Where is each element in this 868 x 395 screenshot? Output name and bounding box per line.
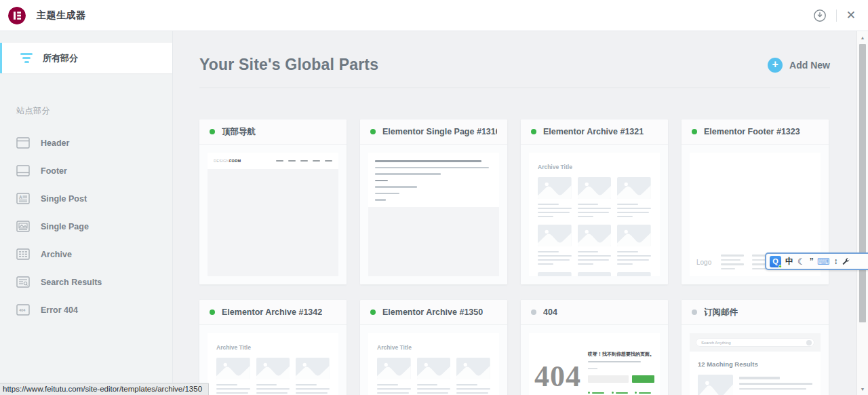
- status-dot-draft: [531, 309, 536, 315]
- sidebar-item-label: 所有部分: [43, 52, 78, 64]
- sidebar-item-archive[interactable]: Archive: [0, 240, 172, 268]
- scroll-up-icon[interactable]: ▲: [857, 33, 868, 42]
- template-title: 订阅邮件: [704, 307, 738, 318]
- preview-search-placeholder: Search Anything: [701, 341, 731, 345]
- preview-search-button: [632, 375, 654, 383]
- preview-content-placeholder: [368, 207, 499, 277]
- sidebar-item-label: Footer: [41, 166, 67, 176]
- search-results-icon: [16, 276, 30, 288]
- quotes-icon[interactable]: ”: [810, 257, 813, 265]
- sidebar-item-all-parts[interactable]: 所有部分: [0, 43, 172, 73]
- status-dot-published: [370, 309, 376, 315]
- preview-nav-bar: DESIGNFORM: [208, 153, 338, 169]
- sidebar-item-single-post[interactable]: A Single Post: [0, 185, 172, 212]
- preview-menu-items: [276, 160, 332, 162]
- status-dot-published: [692, 129, 697, 134]
- svg-text:404: 404: [19, 308, 26, 312]
- template-card[interactable]: Elementor Archive #1321 Archive Title: [521, 119, 668, 284]
- svg-text:A: A: [19, 195, 22, 200]
- template-preview: Archive Title: [360, 325, 507, 395]
- card-header: Elementor Archive #1350: [360, 300, 507, 325]
- card-header: 订阅邮件: [682, 300, 829, 325]
- sidebar-item-footer[interactable]: Footer: [0, 157, 172, 185]
- templates-grid: 顶部导航 DESIGNFORM Elementor Single Page #1…: [199, 119, 830, 395]
- status-dot-published: [210, 129, 215, 134]
- search-q-icon[interactable]: Q: [770, 256, 781, 267]
- preview-archive-grid: [216, 358, 330, 395]
- search-circle-icon: [806, 340, 812, 345]
- keyboard-icon[interactable]: ⌨: [817, 257, 830, 266]
- move-icon[interactable]: ↕: [833, 257, 837, 265]
- sidebar-item-error-404[interactable]: 404 Error 404: [0, 296, 172, 324]
- preview-logo-light: DESIGN: [214, 159, 229, 163]
- image-placeholder-icon: [698, 375, 733, 395]
- sidebar-section-label: 站点部分: [16, 105, 172, 117]
- add-new-button[interactable]: + Add New: [768, 58, 830, 73]
- template-title: Elementor Single Page #1316: [382, 127, 497, 136]
- close-icon[interactable]: ✕: [846, 10, 856, 21]
- status-dot-published: [531, 129, 536, 134]
- template-preview: Search Anything 12 Maching Results: [682, 325, 829, 395]
- template-card[interactable]: 订阅邮件 Search Anything 12 Maching Results: [682, 300, 829, 395]
- image-placeholder-icon: [578, 225, 612, 246]
- sidebar-item-label: Single Page: [41, 222, 89, 231]
- add-new-label: Add New: [789, 60, 830, 71]
- card-header: Elementor Single Page #1316: [360, 119, 507, 145]
- scroll-down-icon[interactable]: ▼: [857, 384, 868, 394]
- status-dot-draft: [692, 309, 697, 315]
- sidebar-item-search-results[interactable]: Search Results: [0, 268, 172, 296]
- image-placeholder-icon: [538, 177, 572, 199]
- main-content: Your Site's Global Parts + Add New 顶部导航 …: [173, 31, 868, 395]
- preview-text-lines: [368, 153, 499, 207]
- elementor-logo-icon: [8, 7, 26, 24]
- dark-mode-icon[interactable]: ☾: [797, 257, 806, 266]
- template-card[interactable]: Elementor Archive #1342 Archive Title: [199, 300, 347, 395]
- image-placeholder-icon: [296, 358, 330, 379]
- preview-archive-title: Archive Title: [538, 164, 651, 170]
- template-preview: 404 哎呀！找不到你想要找的页面。: [521, 325, 668, 395]
- image-placeholder-icon: [578, 177, 612, 199]
- wrench-icon[interactable]: [842, 257, 850, 265]
- sidebar-item-label: Single Post: [41, 194, 87, 204]
- single-post-icon: A: [16, 193, 30, 204]
- heading-divider: [199, 88, 830, 88]
- topbar-divider: [836, 10, 837, 22]
- template-title: 顶部导航: [222, 126, 256, 138]
- card-header: Elementor Archive #1321: [521, 119, 668, 145]
- preview-footer-logo: Logo: [696, 259, 711, 266]
- status-bar-url: https://www.feitutu.com/site-editor/temp…: [0, 383, 209, 395]
- preview-logo-bold: FORM: [229, 159, 241, 163]
- chinese-translate-icon[interactable]: 中: [785, 257, 793, 265]
- image-placeholder-icon: [456, 358, 490, 379]
- sidebar-item-label: Archive: [41, 250, 72, 259]
- template-title: Elementor Archive #1342: [222, 307, 322, 317]
- preview-404-number: 404: [534, 362, 581, 395]
- template-preview: Archive Title: [199, 325, 347, 395]
- preview-archive-grid: [377, 358, 490, 395]
- sidebar-item-single-page[interactable]: Single Page: [0, 212, 172, 240]
- image-placeholder-icon: [256, 358, 290, 379]
- template-title: Elementor Footer #1323: [704, 127, 800, 136]
- preview-results-text: 12 Maching Results: [698, 360, 812, 368]
- scrollbar-thumb[interactable]: [859, 44, 866, 322]
- template-card[interactable]: Elementor Archive #1350 Archive Title: [360, 300, 507, 395]
- footer-icon: [16, 165, 30, 176]
- plus-icon: +: [768, 58, 783, 73]
- extension-toolbar: Q 中 ☾ ” ⌨ ↕: [765, 252, 868, 270]
- template-card[interactable]: Elementor Single Page #1316: [360, 119, 507, 284]
- card-header: 顶部导航: [199, 119, 347, 145]
- preview-search-bar: [588, 375, 654, 383]
- sidebar-item-label: Search Results: [41, 278, 102, 287]
- image-placeholder-icon: [538, 225, 572, 246]
- top-bar: 主题生成器 ✕: [0, 0, 868, 31]
- vertical-scrollbar[interactable]: ▲ ▼: [856, 31, 868, 395]
- info-icon[interactable]: [813, 9, 827, 22]
- single-page-icon: [16, 221, 30, 232]
- sidebar-item-header[interactable]: Header: [0, 129, 172, 157]
- image-placeholder-icon: [377, 358, 411, 379]
- template-card[interactable]: 404 404 哎呀！找不到你想要找的页面。: [521, 300, 668, 395]
- card-header: Elementor Footer #1323: [682, 119, 829, 145]
- template-card[interactable]: 顶部导航 DESIGNFORM: [199, 119, 347, 284]
- sidebar: 所有部分 站点部分 Header Footer A Single Post: [0, 31, 173, 395]
- sidebar-item-label: Header: [41, 138, 69, 148]
